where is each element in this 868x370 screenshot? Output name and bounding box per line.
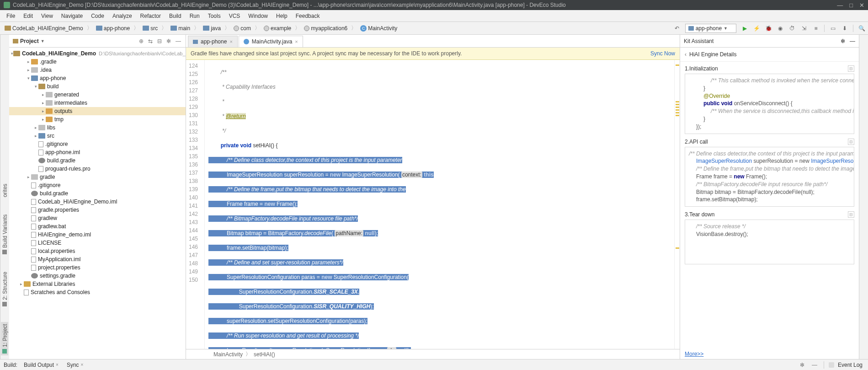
sync-now-link[interactable]: Sync Now: [650, 50, 675, 57]
tree-item[interactable]: build.gradle: [9, 189, 186, 198]
menu-tools[interactable]: Tools: [204, 11, 224, 21]
trail-method[interactable]: setHiAI(): [254, 351, 275, 358]
breadcrumb-item[interactable]: example: [262, 24, 293, 32]
close-icon[interactable]: ×: [81, 362, 84, 367]
back-icon[interactable]: ‹: [685, 51, 687, 58]
tree-item[interactable]: ▸src: [9, 132, 186, 140]
menu-refactor[interactable]: Refactor: [137, 11, 165, 21]
breadcrumb-item[interactable]: CMainActivity: [358, 24, 399, 32]
breadcrumb-item[interactable]: com: [232, 24, 253, 32]
close-tab-icon[interactable]: ×: [229, 39, 232, 44]
stop-icon[interactable]: ■: [812, 25, 820, 32]
tree-item[interactable]: ▾build: [9, 82, 186, 91]
menu-navigate[interactable]: Navigate: [58, 11, 86, 21]
tree-item[interactable]: ▸outputs: [9, 107, 186, 115]
collapse-icon[interactable]: ⊟: [848, 65, 854, 72]
breadcrumb-item[interactable]: myapplication6: [302, 24, 349, 32]
settings-icon[interactable]: ✻: [166, 38, 173, 44]
hide-icon[interactable]: —: [808, 362, 821, 368]
toolwindow-build-variants[interactable]: Build Variants: [1, 213, 9, 256]
maximize-icon[interactable]: □: [849, 2, 853, 9]
breadcrumb-item[interactable]: main: [169, 24, 192, 32]
tree-item[interactable]: ▸.idea: [9, 66, 186, 74]
avd-icon[interactable]: ▭: [829, 25, 836, 32]
sync-tab[interactable]: Sync×: [65, 361, 85, 369]
collapse-all-icon[interactable]: ⊟: [157, 38, 164, 44]
tree-item[interactable]: build.gradle: [9, 156, 186, 165]
minimize-icon[interactable]: —: [837, 2, 843, 9]
gear-icon[interactable]: ✻: [796, 362, 808, 368]
more-link[interactable]: More>>: [680, 349, 859, 359]
settings-icon[interactable]: ✻: [841, 38, 845, 44]
trail-class[interactable]: MainActivity: [213, 351, 243, 358]
tree-item[interactable]: ▸.gradle: [9, 58, 186, 66]
tree-item[interactable]: project.properties: [9, 263, 186, 272]
tree-item[interactable]: .gitignore: [9, 140, 186, 148]
hide-icon[interactable]: —: [176, 38, 182, 44]
menu-help[interactable]: Help: [272, 11, 291, 21]
close-icon[interactable]: ×: [56, 362, 59, 367]
breadcrumb-item[interactable]: java: [201, 24, 223, 32]
select-opened-file-icon[interactable]: ⊕: [139, 38, 145, 44]
hide-icon[interactable]: —: [850, 38, 855, 44]
sdk-icon[interactable]: ⬇: [841, 25, 848, 32]
menu-window[interactable]: Window: [245, 11, 272, 21]
apply-changes-icon[interactable]: ⚡: [753, 25, 760, 32]
menu-vcs[interactable]: VCS: [225, 11, 244, 21]
breadcrumb-item[interactable]: app-phone: [94, 24, 132, 32]
debug-icon[interactable]: 🐞: [765, 25, 772, 32]
tree-item[interactable]: MyApplication.iml: [9, 255, 186, 263]
project-tree[interactable]: ▾CodeLab_HIAIEngine_DemoD:\DS\tuxiangcha…: [9, 48, 186, 359]
back-icon[interactable]: ↶: [673, 25, 681, 32]
menu-analyze[interactable]: Analyze: [109, 11, 136, 21]
toolwindow-structure[interactable]: 2: Structure: [1, 270, 9, 308]
close-icon[interactable]: ✕: [859, 2, 864, 9]
tree-item[interactable]: ▸libs: [9, 123, 186, 132]
tree-item[interactable]: HIAIEngine_demo.iml: [9, 231, 186, 239]
tree-item[interactable]: Scratches and Consoles: [9, 288, 186, 296]
line-gutter[interactable]: 1241251261271281291301311321331341351361…: [186, 60, 205, 349]
coverage-icon[interactable]: ◉: [777, 25, 784, 32]
breadcrumb-item[interactable]: CodeLab_HIAIEngine_Demo: [3, 24, 85, 32]
editor-tab-app-phone[interactable]: app-phone ×: [188, 36, 238, 47]
editor-tab-mainactivity[interactable]: MainActivity.java ×: [239, 36, 303, 47]
profiler-icon[interactable]: ⏱: [788, 25, 796, 32]
menu-build[interactable]: Build: [165, 11, 185, 21]
project-view-selector[interactable]: Project▼: [13, 38, 45, 44]
tree-item[interactable]: proguard-rules.pro: [9, 165, 186, 173]
tree-item[interactable]: ▸tmp: [9, 115, 186, 123]
menu-view[interactable]: View: [37, 11, 57, 21]
tree-item[interactable]: gradlew: [9, 214, 186, 222]
tree-item[interactable]: local.properties: [9, 247, 186, 255]
run-icon[interactable]: ▶: [741, 25, 748, 32]
menu-code[interactable]: Code: [87, 11, 108, 21]
menu-feedback[interactable]: Feedback: [292, 11, 324, 21]
expand-all-icon[interactable]: ⇆: [148, 38, 154, 44]
breadcrumb-item[interactable]: src: [141, 24, 160, 32]
tree-item[interactable]: LICENSE: [9, 239, 186, 247]
tree-item[interactable]: ▾app-phone: [9, 74, 186, 82]
attach-icon[interactable]: ⇲: [800, 25, 808, 32]
tree-item[interactable]: ▸generated: [9, 91, 186, 99]
menu-edit[interactable]: Edit: [20, 11, 37, 21]
code-editor[interactable]: /** * Capability Interfaces * * @return …: [205, 60, 674, 349]
menu-file[interactable]: File: [3, 11, 19, 21]
tree-item[interactable]: settings.gradle: [9, 272, 186, 280]
tree-item[interactable]: ▸intermediates: [9, 99, 186, 107]
tree-item[interactable]: gradle.properties: [9, 206, 186, 214]
close-tab-icon[interactable]: ×: [295, 39, 298, 44]
tree-root[interactable]: ▾CodeLab_HIAIEngine_DemoD:\DS\tuxiangcha…: [9, 49, 186, 58]
error-stripe[interactable]: [674, 60, 680, 349]
tree-item[interactable]: .gitignore: [9, 181, 186, 189]
toolwindow-favorites[interactable]: orites: [1, 182, 9, 199]
tree-item[interactable]: gradlew.bat: [9, 222, 186, 231]
build-output-tab[interactable]: Build Output×: [22, 361, 60, 369]
event-log-tab[interactable]: Event Log: [827, 361, 864, 369]
toolwindow-project[interactable]: 1: Project: [1, 322, 9, 355]
run-config-dropdown[interactable]: app-phone ▼: [685, 24, 736, 33]
collapse-icon[interactable]: ⊟: [848, 211, 854, 218]
tree-item[interactable]: ▸gradle: [9, 173, 186, 181]
collapse-icon[interactable]: ⊟: [848, 139, 854, 145]
menu-run[interactable]: Run: [186, 11, 203, 21]
tree-item[interactable]: app-phone.iml: [9, 148, 186, 156]
